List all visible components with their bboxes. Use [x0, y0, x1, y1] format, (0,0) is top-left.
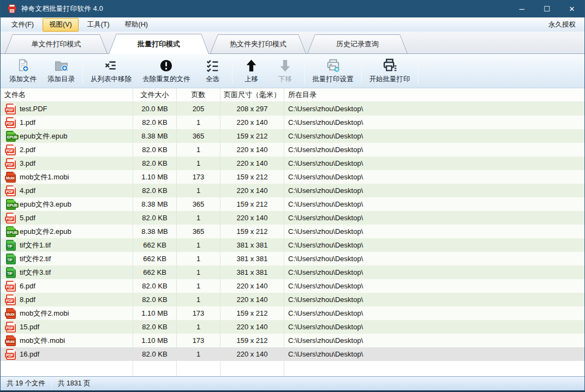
pdf-file-icon: PDF: [6, 213, 16, 224]
tab-4[interactable]: 历史记录查询: [307, 34, 408, 53]
page-count: 205: [177, 102, 220, 116]
table-row[interactable]: EPUBepub文件.epub8.38 MB365159 x 212C:\Use…: [1, 129, 584, 143]
table-row[interactable]: PDF5.pdf82.0 KB1220 x 140C:\Users\zhou\D…: [1, 211, 584, 225]
toolbar-button-label: 开始批量打印: [369, 75, 410, 84]
toolbar-button-remove-from-list[interactable]: 从列表中移除: [85, 56, 137, 87]
move-up-icon: [244, 58, 259, 74]
table-row[interactable]: TIFtif文件2.tif662 KB1381 x 381C:\Users\zh…: [1, 252, 584, 266]
toolbar-button-add-folder[interactable]: 添加目录: [42, 56, 80, 87]
file-type-badge: PDF: [5, 353, 14, 358]
file-directory: C:\Users\zhou\Desktop\: [284, 129, 584, 143]
remove-from-list-icon: [104, 58, 118, 74]
file-name: 5.pdf: [20, 214, 35, 222]
file-directory: C:\Users\zhou\Desktop\: [284, 238, 584, 252]
file-size: 1.10 MB: [133, 306, 177, 320]
tif-file-icon: TIF: [6, 240, 16, 251]
page-count: 365: [177, 129, 220, 143]
toolbar-button-add-file[interactable]: 添加文件: [4, 56, 42, 87]
file-name: mob文件2.mobi: [20, 309, 69, 318]
table-row[interactable]: PDF6.pdf82.0 KB1220 x 140C:\Users\zhou\D…: [1, 279, 584, 293]
toolbar-button-start-print[interactable]: 开始批量打印: [364, 56, 416, 87]
file-type-badge: EPUB: [6, 230, 19, 235]
file-directory: C:\Users\zhou\Desktop\: [284, 252, 584, 266]
table-row[interactable]: PDF4.pdf82.0 KB1220 x 140C:\Users\zhou\D…: [1, 184, 584, 197]
page-dimensions: 381 x 381: [220, 252, 284, 266]
page-dimensions: 208 x 297: [220, 102, 284, 116]
menu-item-3[interactable]: 工具(T): [81, 18, 116, 32]
column-header-5[interactable]: 所在目录: [284, 88, 584, 101]
file-name: mob文件.mobi: [20, 336, 65, 346]
table-row[interactable]: TIFtif文件1.tif662 KB1381 x 381C:\Users\zh…: [1, 238, 584, 252]
table-row[interactable]: TIFtif文件3.tif662 KB1381 x 381C:\Users\zh…: [1, 266, 584, 279]
close-button[interactable]: ✕: [559, 0, 584, 17]
table-body: PDFtest.PDF20.0 MB205208 x 297C:\Users\z…: [1, 102, 584, 361]
file-name: 2.pdf: [20, 146, 35, 154]
window-controls: ─ ☐ ✕: [509, 0, 584, 17]
menu-bar: 文件(F)视图(V)工具(T)帮助(H) 永久授权: [1, 17, 584, 32]
file-directory: C:\Users\zhou\Desktop\: [284, 320, 584, 334]
file-type-badge: Mobi: [5, 176, 16, 180]
column-header-1[interactable]: 文件名: [1, 88, 133, 101]
page-dimensions: 220 x 140: [220, 320, 284, 334]
toolbar-button-print-settings[interactable]: 批量打印设置: [307, 56, 359, 87]
menu-item-2[interactable]: 视图(V): [43, 18, 79, 32]
file-type-badge: TIF: [6, 244, 14, 249]
pdf-file-icon: PDF: [6, 349, 16, 360]
page-count: 1: [177, 116, 220, 129]
page-count: 1: [177, 266, 220, 279]
file-size: 8.38 MB: [133, 225, 177, 238]
file-name: epub文件.epub: [20, 131, 67, 141]
file-size: 20.0 MB: [133, 102, 177, 116]
file-name: tif文件2.tif: [20, 254, 51, 264]
file-size: 82.0 KB: [133, 293, 177, 306]
tab-1[interactable]: 单文件打印模式: [5, 34, 108, 53]
menu-item-4[interactable]: 帮助(H): [118, 18, 154, 32]
table-row[interactable]: PDFtest.PDF20.0 MB205208 x 297C:\Users\z…: [1, 102, 584, 116]
file-name: test.PDF: [20, 105, 47, 113]
table-row[interactable]: PDF15.pdf82.0 KB1220 x 140C:\Users\zhou\…: [1, 320, 584, 334]
column-header-4[interactable]: 页面尺寸（毫米）: [220, 88, 284, 101]
toolbar-button-select-all[interactable]: 全选: [196, 56, 230, 87]
table-row[interactable]: PDF8.pdf82.0 KB1220 x 140C:\Users\zhou\D…: [1, 293, 584, 306]
table-row[interactable]: Mobimob文件.mobi1.10 MB173159 x 212C:\User…: [1, 334, 584, 347]
file-count-label: 共 19 个文件: [1, 379, 51, 388]
file-name: 4.pdf: [20, 186, 35, 195]
file-name: 1.pdf: [20, 118, 35, 126]
toolbar-button-label: 去除重复的文件: [142, 75, 190, 84]
file-type-badge: TIF: [6, 257, 14, 262]
tab-label: 批量打印模式: [138, 39, 180, 49]
file-type-badge: PDF: [5, 148, 14, 153]
page-dimensions: 381 x 381: [220, 238, 284, 252]
tab-3[interactable]: 热文件夹打印模式: [210, 34, 306, 53]
table-row[interactable]: Mobimob文件1.mobi1.10 MB173159 x 212C:\Use…: [1, 170, 584, 184]
tab-2[interactable]: 批量打印模式: [109, 34, 209, 54]
table-row[interactable]: PDF1.pdf82.0 KB1220 x 140C:\Users\zhou\D…: [1, 116, 584, 129]
table-header: 文件名文件大小页数页面尺寸（毫米）所在目录: [1, 88, 584, 102]
toolbar-separator: [305, 58, 305, 84]
table-row[interactable]: EPUBepub文件2.epub8.38 MB365159 x 212C:\Us…: [1, 225, 584, 238]
toolbar-button-remove-duplicates[interactable]: 去除重复的文件: [137, 56, 196, 87]
menu-item-1[interactable]: 文件(F): [5, 18, 40, 32]
pdf-file-icon: PDF: [6, 322, 16, 333]
pdf-file-icon: PDF: [6, 294, 16, 305]
file-size: 82.0 KB: [133, 279, 177, 293]
page-count: 1: [177, 238, 220, 252]
toolbar-button-move-up[interactable]: 上移: [235, 56, 268, 87]
table-row[interactable]: PDF16.pdf82.0 KB1220 x 140C:\Users\zhou\…: [1, 347, 584, 361]
table-row[interactable]: PDF3.pdf82.0 KB1220 x 140C:\Users\zhou\D…: [1, 156, 584, 170]
file-name: epub文件2.epub: [20, 227, 71, 237]
file-size: 82.0 KB: [133, 184, 177, 197]
table-row[interactable]: EPUBepub文件3.epub8.38 MB365159 x 212C:\Us…: [1, 197, 584, 211]
file-size: 8.38 MB: [133, 197, 177, 211]
maximize-button[interactable]: ☐: [534, 0, 559, 17]
minimize-button[interactable]: ─: [509, 0, 534, 17]
column-header-3[interactable]: 页数: [177, 88, 220, 101]
file-size: 662 KB: [133, 252, 177, 266]
table-row[interactable]: PDF2.pdf82.0 KB1220 x 140C:\Users\zhou\D…: [1, 143, 584, 156]
toolbar-separator: [418, 58, 419, 84]
file-size: 82.0 KB: [133, 143, 177, 156]
column-header-2[interactable]: 文件大小: [133, 88, 177, 101]
file-type-badge: PDF: [5, 325, 14, 330]
tab-label: 单文件打印模式: [32, 39, 81, 49]
table-row[interactable]: Mobimob文件2.mobi1.10 MB173159 x 212C:\Use…: [1, 306, 584, 320]
